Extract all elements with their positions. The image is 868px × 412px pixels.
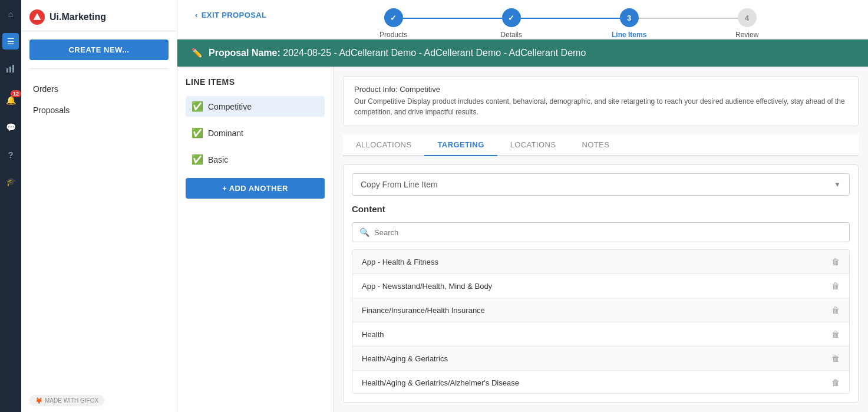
copy-dropdown-label: Copy From Line Item [361,180,438,189]
line-item-competitive[interactable]: ✅ Competitive [186,96,325,117]
search-input[interactable] [374,228,842,237]
check-icon-competitive: ✅ [192,101,203,112]
sidebar-item-proposals[interactable]: Proposals [21,100,177,121]
targeting-tab-content: Copy From Line Item ▼ Content 🔍 App - He… [343,164,859,403]
content-list: App - Health & Fitness 🗑 App - Newsstand… [352,249,850,394]
delete-icon-3[interactable]: 🗑 [831,329,840,339]
line-items-panel: LINE ITEMS ✅ Competitive ✅ Dominant ✅ Ba… [177,67,334,412]
wizard-label-products: Products [379,31,407,39]
list-item[interactable]: Health/Aging & Geriatrics 🗑 [352,347,849,371]
notification-icon[interactable]: 🔔 12 [2,92,19,108]
create-new-button[interactable]: CREATE NEW... [29,39,169,60]
delete-icon-1[interactable]: 🗑 [831,281,840,291]
list-item[interactable]: App - Newsstand/Health, Mind & Body 🗑 [352,274,849,298]
orders-icon[interactable]: ☰ [2,33,19,50]
gifox-icon: 🦊 [35,397,42,404]
wizard-step-products[interactable]: ✓ Products [335,8,453,39]
list-item[interactable]: Health/Aging & Geriatrics/Alzheimer's Di… [352,371,849,394]
content-section-title: Content [352,203,850,215]
product-info-description: Our Competitive Display product includes… [354,96,847,117]
wizard-circle-lineitems: 3 [620,8,639,27]
wizard-label-review: Review [735,31,758,39]
product-info-title: Product Info: Competitive [354,85,847,94]
delete-icon-0[interactable]: 🗑 [831,257,840,266]
tab-targeting[interactable]: TARGETING [424,134,497,156]
gifox-badge: 🦊 MADE WITH GIFOX [29,395,104,406]
main-area: ‹ EXIT PROPOSAL ✓ Products ✓ Details 3 L… [177,0,868,412]
search-icon: 🔍 [359,228,369,237]
exit-proposal-button[interactable]: ‹ EXIT PROPOSAL [195,11,266,28]
detail-panel: Product Info: Competitive Our Competitiv… [334,67,868,412]
delete-icon-2[interactable]: 🗑 [831,305,840,315]
sidebar-logo [29,9,45,25]
chat-icon[interactable]: 💬 [2,119,19,136]
tab-notes[interactable]: NOTES [569,134,622,156]
tab-allocations[interactable]: ALLOCATIONS [343,134,424,156]
wizard-circle-details: ✓ [502,8,521,27]
tab-locations[interactable]: LOCATIONS [497,134,569,156]
wizard-step-lineitems[interactable]: 3 Line Items [570,8,688,39]
svg-marker-3 [34,14,41,20]
list-item[interactable]: Health 🗑 [352,322,849,347]
edit-icon: ✏️ [192,48,203,58]
wizard-steps: ✓ Products ✓ Details 3 Line Items 4 Revi… [290,8,850,39]
graduation-icon[interactable]: 🎓 [2,173,19,190]
add-another-button[interactable]: + ADD ANOTHER [186,178,325,199]
product-info-card: Product Info: Competitive Our Competitiv… [343,76,859,126]
sidebar-nav: Orders Proposals [21,71,177,128]
copy-from-line-item-dropdown[interactable]: Copy From Line Item ▼ [352,173,850,196]
notification-badge: 12 [11,90,21,97]
wizard-step-review[interactable]: 4 Review [688,8,806,39]
chevron-down-icon: ▼ [834,180,841,189]
wizard-label-lineitems: Line Items [612,31,646,39]
reports-icon[interactable] [2,60,19,77]
sidebar-header: Ui.Marketing [21,0,177,31]
chevron-left-icon: ‹ [195,11,198,19]
wizard-circle-review: 4 [738,8,757,27]
search-bar: 🔍 [352,222,850,242]
tabs-bar: ALLOCATIONS TARGETING LOCATIONS NOTES [343,134,859,156]
line-items-title: LINE ITEMS [186,77,325,87]
home-icon[interactable]: ⌂ [2,6,19,22]
help-icon[interactable]: ? [2,146,19,163]
sidebar: Ui.Marketing CREATE NEW... Orders Propos… [21,0,177,412]
svg-rect-1 [9,67,11,72]
delete-icon-5[interactable]: 🗑 [831,378,840,387]
sidebar-divider [29,68,169,69]
wizard-label-details: Details [500,31,522,39]
content-area: LINE ITEMS ✅ Competitive ✅ Dominant ✅ Ba… [177,67,868,412]
list-item[interactable]: App - Health & Fitness 🗑 [352,250,849,274]
wizard-bar: ‹ EXIT PROPOSAL ✓ Products ✓ Details 3 L… [177,0,868,39]
sidebar-footer: 🦊 MADE WITH GIFOX [21,389,177,412]
check-icon-basic: ✅ [192,154,203,165]
sidebar-brand: Ui.Marketing [49,12,106,22]
proposal-header: ✏️ Proposal Name: 2024-08-25 - AdCellera… [177,39,868,67]
list-item[interactable]: Finance/Insurance/Health Insurance 🗑 [352,298,849,322]
svg-rect-0 [6,68,8,72]
sidebar-item-orders[interactable]: Orders [21,78,177,100]
line-item-basic[interactable]: ✅ Basic [186,149,325,170]
svg-rect-2 [12,65,14,72]
wizard-circle-products: ✓ [384,8,403,27]
proposal-header-text: Proposal Name: 2024-08-25 - AdCellerant … [209,48,586,58]
line-item-dominant[interactable]: ✅ Dominant [186,123,325,143]
delete-icon-4[interactable]: 🗑 [831,354,840,363]
check-icon-dominant: ✅ [192,127,203,139]
nav-rail: ⌂ ☰ 🔔 12 💬 ? 🎓 [0,0,21,412]
wizard-step-details[interactable]: ✓ Details [453,8,570,39]
